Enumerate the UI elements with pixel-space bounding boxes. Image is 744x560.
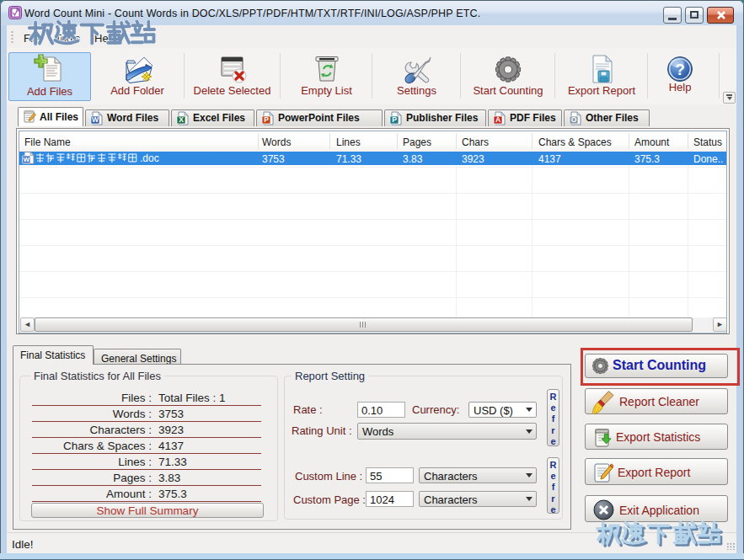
svg-text:P: P bbox=[392, 115, 397, 124]
svg-text:P: P bbox=[264, 115, 269, 124]
svg-text:A: A bbox=[495, 115, 500, 124]
svg-text:O: O bbox=[571, 115, 577, 124]
svg-text:W: W bbox=[23, 156, 29, 163]
svg-text:X: X bbox=[179, 115, 184, 124]
svg-text:?: ? bbox=[675, 61, 685, 78]
svg-text:W: W bbox=[92, 115, 99, 124]
svg-text:.doc: .doc bbox=[140, 152, 159, 164]
